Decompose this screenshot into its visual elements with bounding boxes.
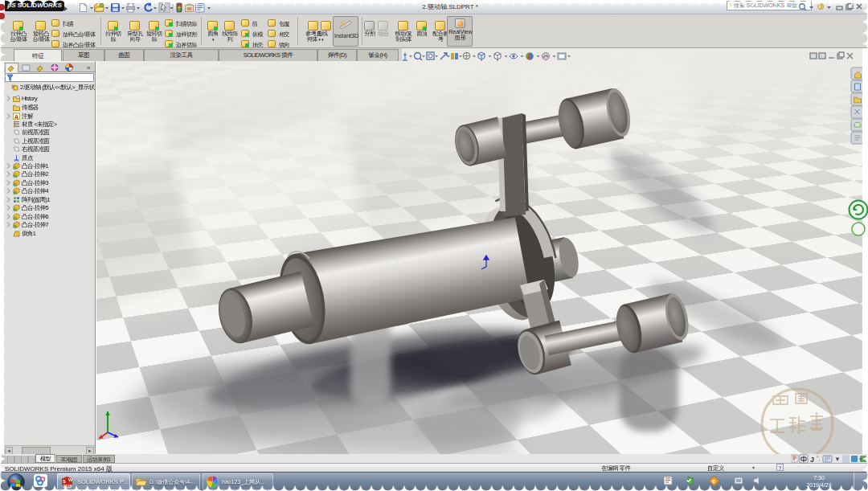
svg-text:»: » [87, 64, 91, 72]
svg-text:A: A [14, 114, 18, 120]
svg-text:J: J [810, 456, 814, 464]
svg-text:°,: °, [817, 456, 821, 461]
svg-text:S: S [63, 479, 66, 484]
svg-text:W: W [68, 477, 73, 482]
svg-text:▼: ▼ [834, 456, 841, 463]
svg-text:e: e [712, 478, 715, 484]
